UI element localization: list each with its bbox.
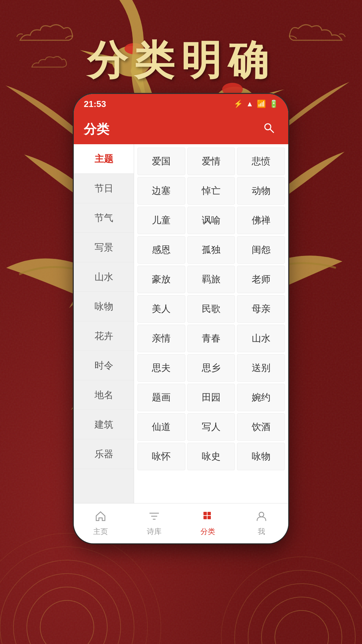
nav-home-label: 主页 bbox=[93, 527, 108, 537]
grid-cell-感恩[interactable]: 感恩 bbox=[137, 236, 185, 264]
filter-icon bbox=[148, 511, 160, 525]
grid-cell-悼亡[interactable]: 悼亡 bbox=[187, 177, 235, 205]
grid-cell-思夫[interactable]: 思夫 bbox=[137, 354, 185, 382]
page-title: 分类明确 bbox=[0, 34, 362, 88]
sidebar-item-咏物[interactable]: 咏物 bbox=[74, 292, 134, 321]
grid-row: 咏怀咏史咏物 bbox=[137, 443, 285, 470]
grid-cell-边塞[interactable]: 边塞 bbox=[137, 177, 185, 205]
sidebar-item-花卉[interactable]: 花卉 bbox=[74, 321, 134, 351]
grid-row: 美人民歌母亲 bbox=[137, 295, 285, 323]
grid-row: 儿童讽喻佛禅 bbox=[137, 207, 285, 234]
sidebar-item-地名[interactable]: 地名 bbox=[74, 380, 134, 410]
grid-cell-儿童[interactable]: 儿童 bbox=[137, 207, 185, 234]
bottom-nav: 主页 诗库 分类 bbox=[74, 503, 288, 543]
grid-cell-孤独[interactable]: 孤独 bbox=[187, 236, 235, 264]
grid-cell-美人[interactable]: 美人 bbox=[137, 295, 185, 323]
search-button[interactable] bbox=[259, 118, 278, 140]
sidebar: 主题 节日 节气 写景 山水 咏物 花卉 时令 地名 建筑 乐器 bbox=[74, 144, 134, 503]
phone-frame: 21:53 ⚡ ▲ 📶 🔋 分类 主题 节日 bbox=[74, 94, 288, 543]
sidebar-item-节气[interactable]: 节气 bbox=[74, 203, 134, 233]
grid-cell-老师[interactable]: 老师 bbox=[237, 266, 285, 293]
grid-cell-亲情[interactable]: 亲情 bbox=[137, 325, 185, 352]
sidebar-item-写景[interactable]: 写景 bbox=[74, 233, 134, 262]
sidebar-item-主题[interactable]: 主题 bbox=[74, 144, 134, 174]
sidebar-item-山水[interactable]: 山水 bbox=[74, 262, 134, 292]
svg-rect-25 bbox=[207, 516, 211, 519]
nav-category[interactable]: 分类 bbox=[181, 503, 235, 543]
phone-mockup: 21:53 ⚡ ▲ 📶 🔋 分类 主题 节日 bbox=[74, 94, 288, 543]
grid-cell-咏史[interactable]: 咏史 bbox=[187, 443, 235, 470]
grid-cell-咏物[interactable]: 咏物 bbox=[237, 443, 285, 470]
grid-row: 亲情青春山水 bbox=[137, 325, 285, 352]
grid-row: 边塞悼亡动物 bbox=[137, 177, 285, 205]
svg-line-21 bbox=[270, 129, 274, 132]
grid-cell-爱国[interactable]: 爱国 bbox=[137, 148, 185, 175]
category-icon bbox=[202, 511, 214, 525]
grid-row: 仙道写人饮酒 bbox=[137, 413, 285, 441]
nav-profile[interactable]: 我 bbox=[235, 503, 288, 543]
grid-cell-写人[interactable]: 写人 bbox=[187, 413, 235, 441]
nav-home[interactable]: 主页 bbox=[74, 503, 127, 543]
battery-icon: 🔋 bbox=[269, 100, 278, 108]
grid-cell-爱情[interactable]: 爱情 bbox=[187, 148, 235, 175]
grid-cell-饮酒[interactable]: 饮酒 bbox=[237, 413, 285, 441]
svg-rect-24 bbox=[203, 516, 207, 519]
grid-cell-悲愤[interactable]: 悲愤 bbox=[237, 148, 285, 175]
sidebar-item-建筑[interactable]: 建筑 bbox=[74, 410, 134, 439]
wifi-icon: ▲ bbox=[246, 100, 253, 108]
svg-rect-23 bbox=[207, 512, 211, 515]
grid-cell-思乡[interactable]: 思乡 bbox=[187, 354, 235, 382]
grid-cell-送别[interactable]: 送别 bbox=[237, 354, 285, 382]
grid-cell-讽喻[interactable]: 讽喻 bbox=[187, 207, 235, 234]
user-icon bbox=[256, 511, 267, 525]
grid-row: 爱国爱情悲愤 bbox=[137, 148, 285, 175]
grid-cell-豪放[interactable]: 豪放 bbox=[137, 266, 185, 293]
status-bar: 21:53 ⚡ ▲ 📶 🔋 bbox=[74, 94, 288, 114]
grid-cell-闺怨[interactable]: 闺怨 bbox=[237, 236, 285, 264]
grid-cell-婉约[interactable]: 婉约 bbox=[237, 384, 285, 411]
grid-row: 思夫思乡送别 bbox=[137, 354, 285, 382]
grid-cell-动物[interactable]: 动物 bbox=[237, 177, 285, 205]
app-header: 分类 bbox=[74, 114, 288, 144]
status-icons: ⚡ ▲ 📶 🔋 bbox=[234, 100, 278, 108]
grid-row: 感恩孤独闺怨 bbox=[137, 236, 285, 264]
grid-cell-仙道[interactable]: 仙道 bbox=[137, 413, 185, 441]
sidebar-item-乐器[interactable]: 乐器 bbox=[74, 439, 134, 469]
nav-poetry-label: 诗库 bbox=[147, 527, 162, 537]
nav-category-label: 分类 bbox=[200, 527, 215, 537]
grid-row: 豪放羁旅老师 bbox=[137, 266, 285, 293]
grid-cell-母亲[interactable]: 母亲 bbox=[237, 295, 285, 323]
bluetooth-icon: ⚡ bbox=[234, 100, 243, 108]
grid-cell-山水[interactable]: 山水 bbox=[237, 325, 285, 352]
content-area: 主题 节日 节气 写景 山水 咏物 花卉 时令 地名 建筑 乐器 爱国爱情悲愤边… bbox=[74, 144, 288, 503]
sidebar-item-节日[interactable]: 节日 bbox=[74, 174, 134, 203]
grid-cell-佛禅[interactable]: 佛禅 bbox=[237, 207, 285, 234]
svg-rect-22 bbox=[203, 512, 207, 515]
grid-cell-羁旅[interactable]: 羁旅 bbox=[187, 266, 235, 293]
signal-icon: 📶 bbox=[257, 100, 266, 108]
nav-profile-label: 我 bbox=[258, 527, 265, 537]
grid-cell-民歌[interactable]: 民歌 bbox=[187, 295, 235, 323]
grid-row: 题画田园婉约 bbox=[137, 384, 285, 411]
nav-poetry[interactable]: 诗库 bbox=[127, 503, 181, 543]
grid-cell-咏怀[interactable]: 咏怀 bbox=[137, 443, 185, 470]
grid-cell-青春[interactable]: 青春 bbox=[187, 325, 235, 352]
grid-cell-题画[interactable]: 题画 bbox=[137, 384, 185, 411]
status-time: 21:53 bbox=[84, 99, 234, 109]
home-icon bbox=[95, 511, 106, 525]
category-grid: 爱国爱情悲愤边塞悼亡动物儿童讽喻佛禅感恩孤独闺怨豪放羁旅老师美人民歌母亲亲情青春… bbox=[134, 144, 288, 503]
sidebar-item-时令[interactable]: 时令 bbox=[74, 351, 134, 380]
header-title: 分类 bbox=[84, 121, 259, 138]
grid-cell-田园[interactable]: 田园 bbox=[187, 384, 235, 411]
svg-point-26 bbox=[259, 512, 264, 517]
